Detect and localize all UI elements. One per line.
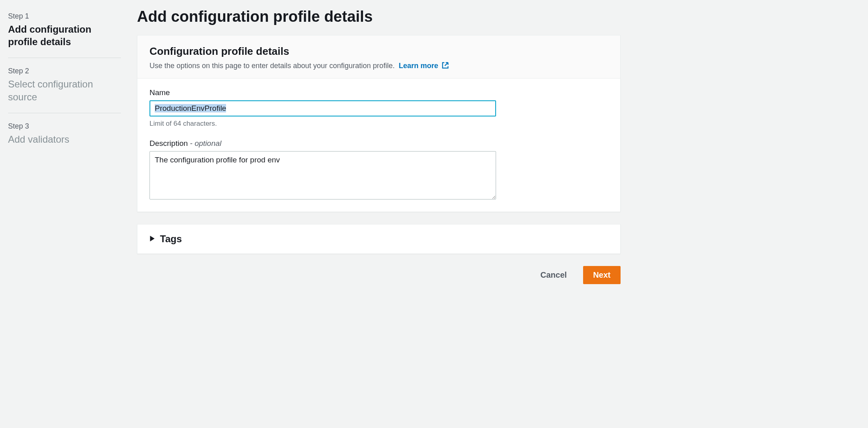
step-number: Step 1 <box>8 12 121 21</box>
wizard-step-1[interactable]: Step 1 Add configuration profile details <box>8 8 121 58</box>
wizard-step-2[interactable]: Step 2 Select configuration source <box>8 63 121 113</box>
description-textarea[interactable] <box>150 151 496 199</box>
step-number: Step 3 <box>8 122 121 131</box>
name-input-value: ProductionEnvProfile <box>155 104 226 112</box>
tags-panel: Tags <box>137 224 621 254</box>
page-title: Add configuration profile details <box>137 8 621 25</box>
step-title: Add configuration profile details <box>8 23 121 48</box>
step-title: Add validators <box>8 133 121 145</box>
description-label: Description - optional <box>150 139 608 148</box>
wizard-footer: Cancel Next <box>137 266 621 284</box>
name-label: Name <box>150 88 608 97</box>
wizard-step-3[interactable]: Step 3 Add validators <box>8 118 121 155</box>
config-profile-details-panel: Configuration profile details Use the op… <box>137 35 621 212</box>
main-content: Add configuration profile details Config… <box>137 8 621 412</box>
wizard-steps-sidebar: Step 1 Add configuration profile details… <box>8 8 121 412</box>
tags-expander[interactable]: Tags <box>137 224 620 253</box>
panel-subtitle: Use the options on this page to enter de… <box>150 62 608 70</box>
cancel-button[interactable]: Cancel <box>531 266 577 284</box>
next-button[interactable]: Next <box>583 266 621 284</box>
svg-marker-0 <box>150 236 154 241</box>
caret-right-icon <box>150 236 155 243</box>
external-link-icon <box>442 62 449 69</box>
name-input[interactable]: ProductionEnvProfile <box>150 100 496 116</box>
name-field: Name ProductionEnvProfile Limit of 64 ch… <box>150 88 608 128</box>
panel-header: Configuration profile details Use the op… <box>137 35 620 79</box>
tags-title: Tags <box>160 233 182 245</box>
step-number: Step 2 <box>8 67 121 75</box>
panel-body: Name ProductionEnvProfile Limit of 64 ch… <box>137 79 620 212</box>
name-helper-text: Limit of 64 characters. <box>150 120 608 128</box>
panel-title: Configuration profile details <box>150 45 608 58</box>
description-field: Description - optional <box>150 139 608 199</box>
step-title: Select configuration source <box>8 78 121 103</box>
learn-more-link[interactable]: Learn more <box>399 62 449 70</box>
